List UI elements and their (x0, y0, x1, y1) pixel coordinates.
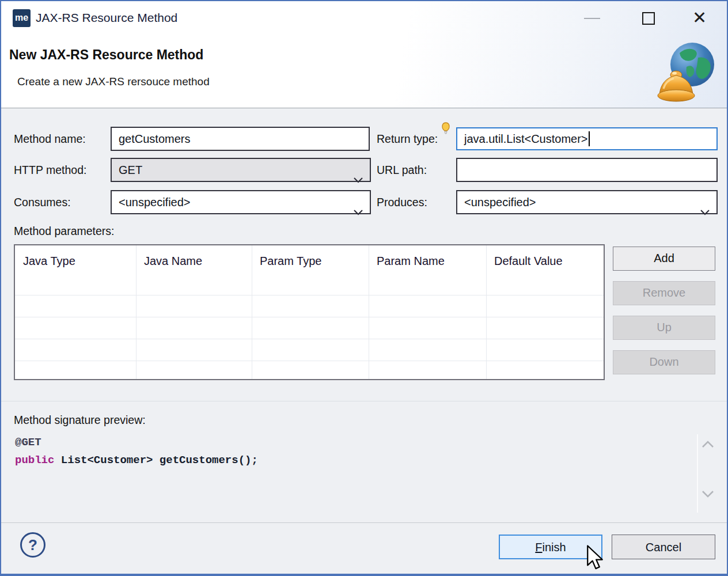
consumes-label: Consumes: (14, 196, 71, 209)
chevron-down-icon (354, 200, 363, 222)
signature-preview-label: Method signature preview: (14, 414, 146, 427)
produces-dropdown[interactable]: <unspecified> (456, 190, 718, 214)
column-header-java-type[interactable]: Java Type (23, 255, 75, 268)
dialog-window: me JAX-RS Resource Method ✕ New JAX-RS R… (0, 0, 728, 576)
minimize-icon[interactable] (584, 18, 600, 19)
http-method-label: HTTP method: (14, 164, 86, 177)
webservice-globe-bell-icon (657, 40, 715, 105)
scrollbar-track (697, 434, 698, 513)
page-subtitle: Create a new JAX-RS rersouce method (17, 75, 210, 88)
page-title: New JAX-RS Resource Method (9, 47, 203, 63)
http-method-value: GET (119, 164, 142, 176)
method-name-input[interactable]: getCustomers (111, 127, 370, 151)
add-button[interactable]: Add (613, 247, 715, 271)
close-icon[interactable]: ✕ (692, 7, 707, 29)
finish-rest: inish (543, 541, 566, 554)
column-header-param-type[interactable]: Param Type (260, 255, 321, 268)
url-path-input[interactable] (456, 158, 718, 182)
help-button[interactable]: ? (20, 532, 46, 558)
mouse-cursor-icon (585, 545, 605, 573)
return-type-label: Return type: (377, 132, 438, 146)
content-assist-lightbulb-icon (441, 122, 450, 137)
section-divider (1, 401, 727, 401)
column-header-java-name[interactable]: Java Name (144, 255, 202, 268)
signature-line: public List<Customer> getCustomers(); (15, 454, 258, 467)
scroll-down-icon[interactable] (702, 490, 714, 500)
signature-rest: List<Customer> getCustomers(); (54, 454, 257, 467)
produces-value: <unspecified> (464, 196, 536, 209)
return-type-value: java.util.List<Customer> (464, 132, 588, 145)
consumes-dropdown[interactable]: <unspecified> (111, 190, 371, 214)
app-icon: me (13, 9, 31, 27)
chevron-down-icon (700, 200, 710, 222)
method-name-value: getCustomers (119, 132, 191, 145)
maximize-icon[interactable] (642, 12, 655, 25)
cancel-button[interactable]: Cancel (612, 535, 715, 559)
method-name-label: Method name: (14, 132, 86, 146)
signature-annotation-line: @GET (15, 436, 41, 449)
footer-divider (1, 522, 727, 523)
http-method-dropdown[interactable]: GET (111, 158, 371, 182)
column-header-param-name[interactable]: Param Name (377, 255, 445, 268)
method-parameters-label: Method parameters: (14, 225, 115, 238)
finish-mnemonic: F (535, 541, 542, 554)
produces-label: Produces: (377, 196, 427, 209)
chevron-down-icon (354, 168, 363, 190)
up-button: Up (613, 316, 715, 340)
keyword-public: public (15, 454, 54, 467)
scroll-up-icon[interactable] (702, 440, 714, 450)
header-area: me JAX-RS Resource Method ✕ New JAX-RS R… (1, 1, 727, 108)
down-button: Down (613, 350, 715, 374)
column-header-default-value[interactable]: Default Value (494, 255, 563, 268)
return-type-input[interactable]: java.util.List<Customer> (456, 127, 718, 150)
remove-button: Remove (613, 281, 715, 305)
consumes-value: <unspecified> (119, 196, 191, 209)
parameters-table[interactable]: Java Type Java Name Param Type Param Nam… (14, 244, 605, 380)
window-title: JAX-RS Resource Method (36, 11, 177, 25)
url-path-label: URL path: (377, 164, 427, 177)
text-caret (589, 131, 590, 146)
